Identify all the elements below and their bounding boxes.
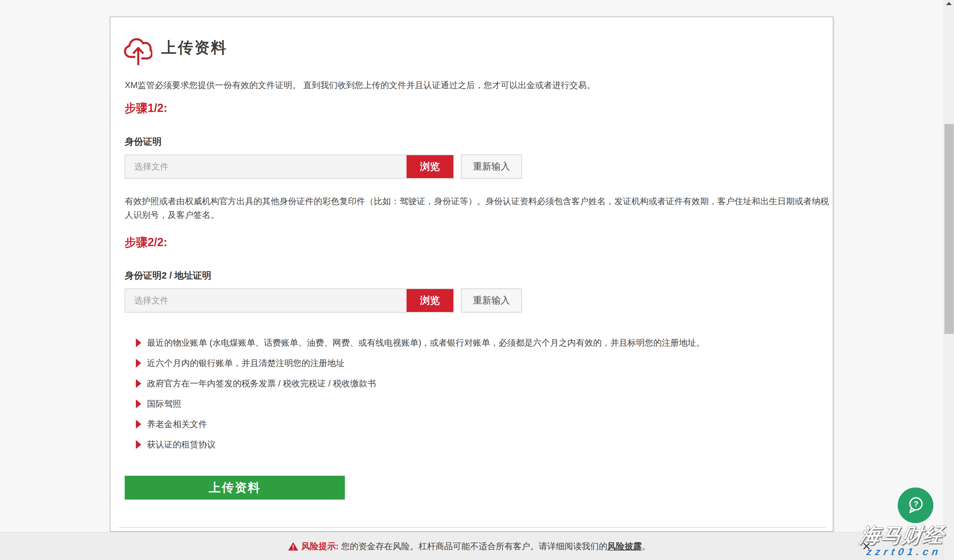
risk-text-suffix: 。 [642, 541, 650, 552]
file-input-1[interactable] [125, 155, 407, 178]
cloud-upload-icon [124, 34, 152, 65]
address-proof-label: 身份证明2 / 地址证明 [125, 269, 211, 282]
risk-label: 风险提示: [302, 541, 339, 552]
file-row-1: 浏览 重新输入 [125, 154, 522, 179]
list-item-text: 最近的物业账单 (水电煤账单、话费账单、油费、网费、或有线电视账单)，或者银行对… [147, 337, 705, 348]
list-item: 近六个月内的银行账单，并且清楚注明您的注册地址 [125, 353, 828, 373]
list-item-text: 国际驾照 [147, 398, 181, 409]
card-divider [119, 527, 826, 528]
file-input-2[interactable] [125, 289, 407, 312]
upload-documents-card: 上传资料 XM监管必须要求您提供一份有效的文件证明。 直到我们收到您上传的文件并… [110, 17, 834, 532]
browse-button-1[interactable]: 浏览 [407, 155, 453, 178]
list-item-text: 近六个月内的银行账单，并且清楚注明您的注册地址 [147, 358, 344, 369]
list-item-text: 获认证的租赁协议 [147, 439, 216, 450]
risk-text: 您的资金存在风险。杠杆商品可能不适合所有客户。请详细阅读我们的 [341, 541, 608, 552]
list-item-text: 政府官方在一年内签发的税务发票 / 税收完税证 / 税收缴款书 [147, 378, 376, 389]
scrollbar[interactable] [943, 0, 954, 560]
file-group-2: 浏览 [125, 288, 454, 313]
svg-text:?: ? [913, 499, 918, 508]
bullet-arrow-icon [136, 400, 141, 408]
reset-button-2[interactable]: 重新输入 [461, 288, 522, 313]
reset-button-1[interactable]: 重新输入 [461, 154, 522, 179]
file-group-1: 浏览 [125, 154, 454, 179]
scroll-up-arrow-icon[interactable] [946, 2, 952, 5]
scrollbar-thumb[interactable] [945, 124, 954, 334]
intro-text: XM监管必须要求您提供一份有效的文件证明。 直到我们收到您上传的文件并且认证通过… [125, 79, 828, 91]
step-2-heading: 步骤2/2: [125, 235, 167, 250]
risk-warning-bar: 风险提示: 您的资金存在风险。杠杆商品可能不适合所有客户。请详细阅读我们的 风险… [0, 532, 954, 560]
identity-proof-description: 有效护照或者由权威机构官方出具的其他身份证件的彩色复印件（比如：驾驶证，身份证等… [125, 194, 829, 222]
help-chat-button[interactable]: ? [898, 487, 933, 523]
file-row-2: 浏览 重新输入 [125, 288, 522, 313]
help-chat-icon: ? [904, 494, 927, 517]
list-item: 获认证的租赁协议 [125, 434, 828, 455]
warning-triangle-icon [288, 541, 298, 551]
accepted-documents-list: 最近的物业账单 (水电煤账单、话费账单、油费、网费、或有线电视账单)，或者银行对… [125, 333, 828, 455]
page: 上传资料 XM监管必须要求您提供一份有效的文件证明。 直到我们收到您上传的文件并… [0, 0, 954, 560]
close-icon[interactable]: × [857, 537, 875, 555]
page-title: 上传资料 [161, 37, 228, 58]
bullet-arrow-icon [136, 420, 141, 429]
list-item: 最近的物业账单 (水电煤账单、话费账单、油费、网费、或有线电视账单)，或者银行对… [125, 333, 828, 353]
identity-proof-label: 身份证明 [125, 135, 162, 148]
step-1-heading: 步骤1/2: [125, 101, 167, 116]
upload-submit-button[interactable]: 上传资料 [125, 476, 345, 499]
bullet-arrow-icon [136, 440, 141, 449]
browse-button-2[interactable]: 浏览 [407, 289, 453, 312]
risk-disclosure-link[interactable]: 风险披露 [608, 541, 642, 552]
bullet-arrow-icon [136, 379, 141, 388]
list-item: 养老金相关文件 [125, 414, 828, 434]
list-item: 政府官方在一年内签发的税务发票 / 税收完税证 / 税收缴款书 [125, 373, 828, 394]
risk-warning-content: 风险提示: 您的资金存在风险。杠杆商品可能不适合所有客户。请详细阅读我们的 风险… [288, 541, 650, 552]
list-item: 国际驾照 [125, 394, 828, 414]
bullet-arrow-icon [136, 338, 141, 347]
bullet-arrow-icon [136, 359, 141, 368]
list-item-text: 养老金相关文件 [147, 418, 207, 430]
